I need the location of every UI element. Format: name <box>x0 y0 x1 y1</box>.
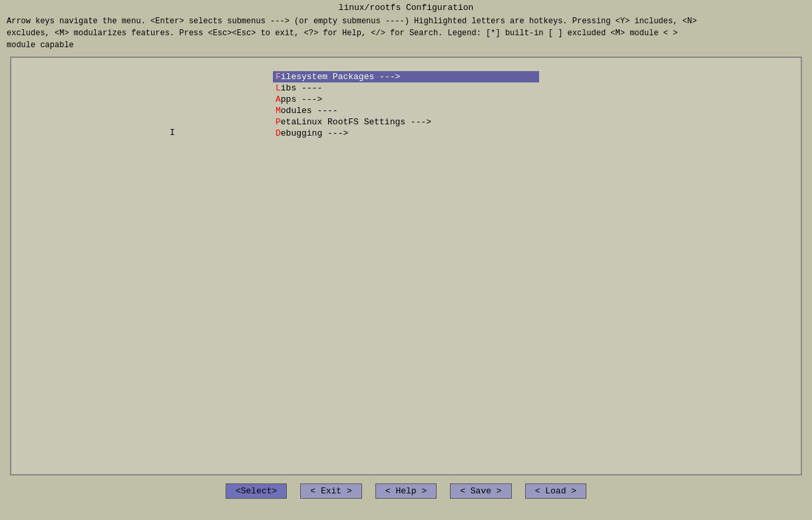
menu-item-1[interactable]: Libs ---- <box>273 82 539 94</box>
title-text: linux/rootfs Configuration <box>339 3 474 13</box>
menu-area: Filesystem Packages --->Libs ----Apps --… <box>11 58 801 152</box>
main-content: I Filesystem Packages --->Libs ----Apps … <box>10 57 802 475</box>
exit-button[interactable]: < Exit > <box>300 483 361 499</box>
help-line-2: excludes, <M> modularizes features. Pres… <box>7 27 805 39</box>
menu-item-4[interactable]: PetaLinux RootFS Settings ---> <box>273 116 539 128</box>
cursor: I <box>170 128 175 138</box>
help-line-3: module capable <box>7 39 805 51</box>
menu-item-3[interactable]: Modules ---- <box>273 105 539 116</box>
help-text: Arrow keys navigate the menu. <Enter> se… <box>0 14 812 57</box>
title-bar: linux/rootfs Configuration <box>0 0 812 14</box>
menu-item-2[interactable]: Apps ---> <box>273 94 539 105</box>
select-button[interactable]: <Select> <box>226 483 287 499</box>
menu-item-0[interactable]: Filesystem Packages ---> <box>273 71 539 82</box>
bottom-bar: <Select>< Exit >< Help >< Save >< Load > <box>0 478 812 504</box>
help-button[interactable]: < Help > <box>375 483 437 499</box>
help-line-1: Arrow keys navigate the menu. <Enter> se… <box>7 15 805 27</box>
load-button[interactable]: < Load > <box>525 483 586 499</box>
menu-item-5[interactable]: Debugging ---> <box>273 128 539 139</box>
save-button[interactable]: < Save > <box>450 483 511 499</box>
